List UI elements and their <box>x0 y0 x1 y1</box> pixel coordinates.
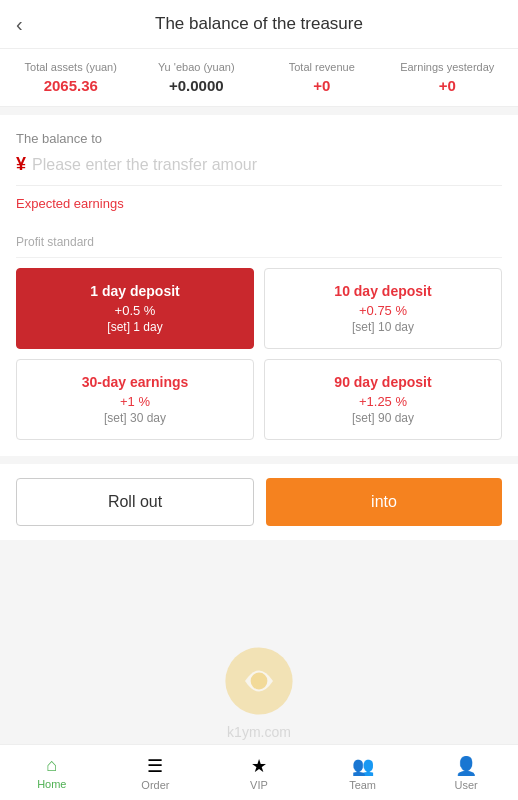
deposit-90day-set: [set] 90 day <box>275 411 491 425</box>
back-button[interactable]: ‹ <box>16 13 23 36</box>
yen-symbol: ¥ <box>16 154 26 175</box>
deposit-card-90day[interactable]: 90 day deposit +1.25 % [set] 90 day <box>264 359 502 440</box>
deposit-1day-rate: +0.5 % <box>27 303 243 318</box>
earnings-yesterday-stat: Earnings yesterday +0 <box>385 61 511 94</box>
deposit-30day-set: [set] 30 day <box>27 411 243 425</box>
transfer-placeholder: Please enter the transfer amour <box>32 156 257 174</box>
nav-team[interactable]: 👥 Team <box>311 749 415 797</box>
rollout-button[interactable]: Roll out <box>16 478 254 526</box>
nav-order-label: Order <box>141 779 169 791</box>
deposit-10day-rate: +0.75 % <box>275 303 491 318</box>
deposit-90day-name: 90 day deposit <box>275 374 491 390</box>
deposit-card-1day[interactable]: 1 day deposit +0.5 % [set] 1 day <box>16 268 254 349</box>
nav-home[interactable]: ⌂ Home <box>0 749 104 796</box>
total-revenue-stat: Total revenue +0 <box>259 61 385 94</box>
total-revenue-value: +0 <box>259 77 385 94</box>
total-assets-label: Total assets (yuan) <box>8 61 134 73</box>
deposit-10day-name: 10 day deposit <box>275 283 491 299</box>
bottom-nav: ⌂ Home ☰ Order ★ VIP 👥 Team 👤 User <box>0 744 518 800</box>
nav-vip-label: VIP <box>250 779 268 791</box>
deposit-90day-rate: +1.25 % <box>275 394 491 409</box>
deposit-1day-set: [set] 1 day <box>27 320 243 334</box>
transfer-input-row[interactable]: ¥ Please enter the transfer amour <box>16 154 502 186</box>
team-icon: 👥 <box>352 755 374 777</box>
yuebao-stat: Yu 'ebao (yuan) +0.0000 <box>134 61 260 94</box>
watermark: k1ym.com <box>224 646 294 740</box>
profit-standard-label: Profit standard <box>16 227 502 258</box>
deposit-30day-rate: +1 % <box>27 394 243 409</box>
deposit-card-10day[interactable]: 10 day deposit +0.75 % [set] 10 day <box>264 268 502 349</box>
total-revenue-label: Total revenue <box>259 61 385 73</box>
user-icon: 👤 <box>455 755 477 777</box>
nav-vip[interactable]: ★ VIP <box>207 749 311 797</box>
yuebao-label: Yu 'ebao (yuan) <box>134 61 260 73</box>
nav-user[interactable]: 👤 User <box>414 749 518 797</box>
divider-1 <box>0 107 518 115</box>
deposit-30day-name: 30-day earnings <box>27 374 243 390</box>
balance-to-label: The balance to <box>16 131 502 146</box>
action-section: Roll out into <box>0 464 518 540</box>
nav-team-label: Team <box>349 779 376 791</box>
watermark-logo-icon <box>224 646 294 716</box>
into-button[interactable]: into <box>266 478 502 526</box>
svg-point-1 <box>251 673 268 690</box>
nav-order[interactable]: ☰ Order <box>104 749 208 797</box>
vip-icon: ★ <box>251 755 267 777</box>
profit-section: Profit standard 1 day deposit +0.5 % [se… <box>0 227 518 456</box>
expected-earnings-label: Expected earnings <box>16 196 502 211</box>
home-icon: ⌂ <box>46 755 57 776</box>
watermark-text: k1ym.com <box>224 724 294 740</box>
nav-user-label: User <box>455 779 478 791</box>
deposit-10day-set: [set] 10 day <box>275 320 491 334</box>
nav-home-label: Home <box>37 778 66 790</box>
header: ‹ The balance of the treasure <box>0 0 518 49</box>
stats-row: Total assets (yuan) 2065.36 Yu 'ebao (yu… <box>0 49 518 107</box>
transfer-section: The balance to ¥ Please enter the transf… <box>0 115 518 227</box>
total-assets-value: 2065.36 <box>8 77 134 94</box>
page-title: The balance of the treasure <box>155 14 363 34</box>
earnings-yesterday-value: +0 <box>385 77 511 94</box>
deposit-card-30day[interactable]: 30-day earnings +1 % [set] 30 day <box>16 359 254 440</box>
deposit-1day-name: 1 day deposit <box>27 283 243 299</box>
yuebao-value: +0.0000 <box>134 77 260 94</box>
earnings-yesterday-label: Earnings yesterday <box>385 61 511 73</box>
deposit-grid: 1 day deposit +0.5 % [set] 1 day 10 day … <box>16 268 502 440</box>
total-assets-stat: Total assets (yuan) 2065.36 <box>8 61 134 94</box>
order-icon: ☰ <box>147 755 163 777</box>
